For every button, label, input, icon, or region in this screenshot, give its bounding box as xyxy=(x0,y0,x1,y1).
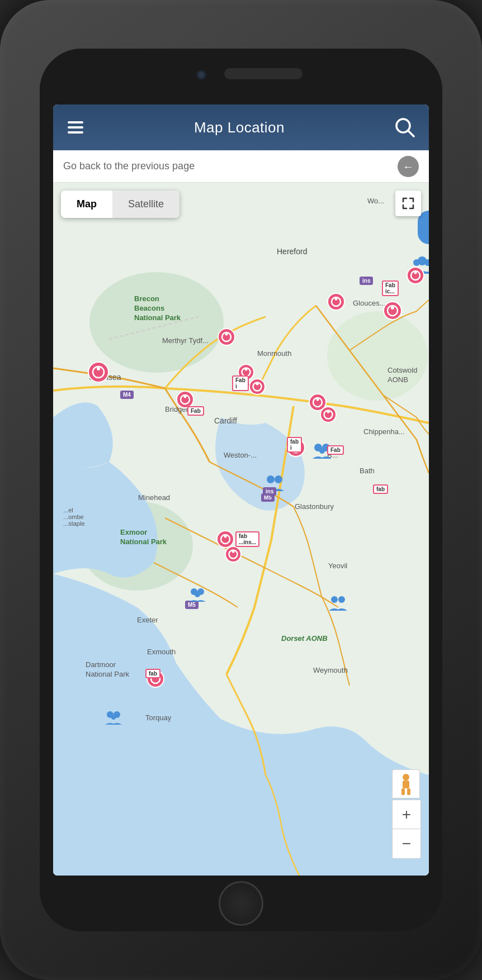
zoom-out-button[interactable]: − xyxy=(393,829,420,858)
label-hereford: Hereford xyxy=(277,247,307,256)
svg-point-61 xyxy=(338,596,345,603)
label-dorset: Dorset AONB xyxy=(281,634,328,643)
label-cotswold: CotswoldAONB xyxy=(388,366,417,385)
back-bar: Go back to the previous page ← xyxy=(53,150,429,183)
svg-point-65 xyxy=(403,774,409,781)
phone-inner: Map Location Go back to the previous pag… xyxy=(40,49,442,931)
fullscreen-icon xyxy=(402,197,414,210)
camera xyxy=(196,70,206,80)
fab-label-south: fab xyxy=(373,484,388,494)
phone-bottom xyxy=(40,876,442,931)
label-glastonbury: Glastonbury xyxy=(295,502,334,511)
road-label-m4: M4 xyxy=(120,391,134,399)
fab-label-4: Fab xyxy=(327,445,344,455)
home-button[interactable] xyxy=(219,881,263,926)
svg-point-56 xyxy=(275,475,282,483)
back-arrow-icon: ← xyxy=(403,161,414,172)
svg-point-60 xyxy=(331,596,338,603)
label-dartmoor: DartmoorNational Park xyxy=(86,660,129,679)
search-icon xyxy=(394,116,416,139)
label-worcester: Wo... xyxy=(367,197,384,205)
red-marker-2[interactable] xyxy=(326,292,346,312)
fullscreen-button[interactable] xyxy=(395,191,421,216)
label-monmouth: Monmouth xyxy=(257,349,291,358)
ins-label-gloucester: ins xyxy=(360,277,373,285)
label-bath: Bath xyxy=(360,467,375,475)
svg-point-9 xyxy=(391,306,394,310)
fab-label-cheltenham: Fabic... xyxy=(382,280,399,296)
label-minehead: Minehead xyxy=(138,493,170,502)
fab-label-taunton: fab...ins... xyxy=(235,531,259,547)
svg-point-18 xyxy=(245,368,248,371)
fab-label-torquay: fab xyxy=(145,669,160,678)
phone-frame: Map Location Go back to the previous pag… xyxy=(0,0,482,980)
back-button[interactable]: ← xyxy=(398,156,419,177)
map-container[interactable]: Hereford BreconBeaconsNational Park Mert… xyxy=(53,183,429,876)
svg-rect-68 xyxy=(407,788,410,795)
label-weston: Weston-... xyxy=(224,451,257,459)
svg-point-7 xyxy=(384,302,401,320)
pegman-button[interactable] xyxy=(392,769,420,798)
label-exmoor: ExmoorNational Park xyxy=(120,528,167,547)
label-chippenham: Chippenha... xyxy=(363,427,405,436)
svg-rect-66 xyxy=(403,781,409,788)
blue-group-dorset[interactable] xyxy=(327,593,349,615)
menu-button[interactable] xyxy=(64,116,87,139)
red-marker-3[interactable] xyxy=(216,327,237,347)
label-torquay: Torquay xyxy=(145,713,171,722)
ins-label-1: ins xyxy=(263,487,276,496)
label-cardiff: Cardiff xyxy=(214,416,237,425)
phone-top-bar xyxy=(40,49,442,104)
zoom-in-button[interactable]: + xyxy=(393,800,420,829)
svg-point-12 xyxy=(335,298,338,301)
label-ilfracombe: ...el...ombe...staple xyxy=(63,507,85,527)
svg-point-33 xyxy=(327,411,330,413)
svg-point-40 xyxy=(225,546,241,562)
svg-point-42 xyxy=(232,550,235,553)
map-controls: + − xyxy=(392,769,421,859)
map-tab[interactable]: Map xyxy=(61,191,112,218)
label-merthyr: Merthyr Tydf... xyxy=(162,336,209,345)
label-exmouth: Exmouth xyxy=(147,648,176,656)
svg-point-31 xyxy=(320,407,336,422)
screen: Map Location Go back to the previous pag… xyxy=(53,104,429,876)
svg-point-19 xyxy=(249,379,265,394)
svg-point-39 xyxy=(224,535,227,538)
red-marker-cheltenham[interactable] xyxy=(405,265,426,286)
svg-point-27 xyxy=(184,396,187,398)
zoom-controls: + − xyxy=(392,800,421,859)
fab-label-1: Fabi xyxy=(232,375,249,391)
svg-point-22 xyxy=(88,362,108,382)
svg-line-1 xyxy=(408,131,414,136)
blue-group-torquay[interactable] xyxy=(103,708,125,729)
svg-point-24 xyxy=(97,367,100,370)
svg-point-55 xyxy=(267,475,275,483)
fab-label-2: Fab xyxy=(187,406,204,416)
red-marker-swansea[interactable] xyxy=(87,360,110,384)
label-gloucester: Glouces... xyxy=(353,299,386,307)
red-marker-5[interactable] xyxy=(248,377,267,396)
satellite-tab[interactable]: Satellite xyxy=(112,191,179,218)
label-brecon: BreconBeaconsNational Park xyxy=(134,294,181,323)
label-weymouth: Weymouth xyxy=(313,666,348,674)
speaker xyxy=(224,68,303,79)
svg-point-25 xyxy=(177,391,193,408)
search-button[interactable] xyxy=(392,115,418,140)
svg-point-30 xyxy=(316,398,319,401)
blue-group-taunton[interactable] xyxy=(187,585,209,606)
fab-label-3: fabi xyxy=(287,437,302,453)
svg-rect-67 xyxy=(401,788,405,795)
pegman-icon xyxy=(397,773,415,795)
hamburger-line-3 xyxy=(68,131,83,134)
app-header: Map Location xyxy=(53,104,429,150)
svg-point-59 xyxy=(195,592,200,597)
svg-point-46 xyxy=(407,267,424,284)
label-yeovil: Yeovil xyxy=(328,562,347,570)
svg-point-10 xyxy=(328,293,344,310)
svg-point-48 xyxy=(414,272,417,274)
page-title: Map Location xyxy=(194,119,285,136)
svg-point-13 xyxy=(218,329,235,345)
red-marker-1[interactable] xyxy=(382,300,403,321)
red-marker-taunton2[interactable] xyxy=(224,545,243,564)
red-marker-newport3[interactable] xyxy=(319,405,338,424)
